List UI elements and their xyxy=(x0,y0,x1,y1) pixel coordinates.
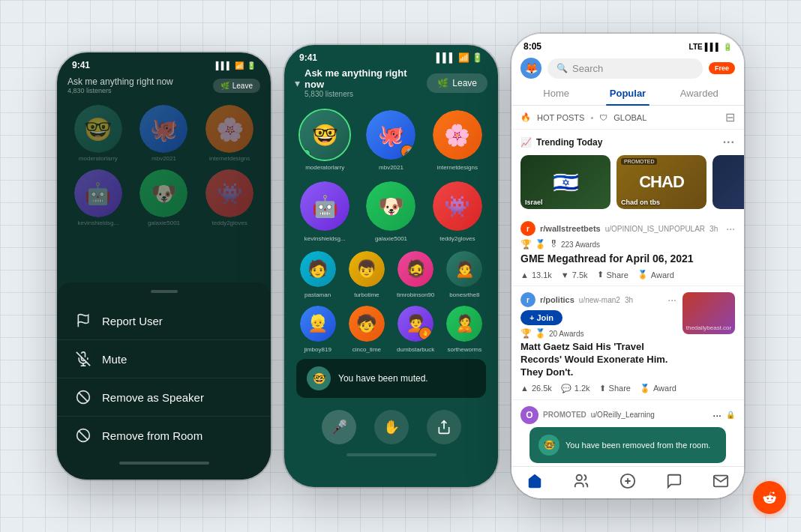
share-button[interactable] xyxy=(427,410,461,444)
speaker-item[interactable]: 🐶 galaxie5001 xyxy=(362,180,419,242)
share-action[interactable]: ⬆ Share xyxy=(597,270,628,279)
speaker-item[interactable]: 🤓 moderatorlarry xyxy=(296,109,353,171)
tab-home[interactable]: Home xyxy=(520,82,592,105)
speaker-item[interactable]: 🐙 🎤 mbv2021 xyxy=(362,109,419,171)
layout-icon[interactable]: ⊟ xyxy=(725,110,735,124)
bottom-navigation xyxy=(512,466,744,498)
downvote-action[interactable]: ▼ 7.5k xyxy=(561,270,588,279)
nav-add[interactable] xyxy=(620,473,636,489)
remove-room-menu-item[interactable]: Remove from Room xyxy=(57,418,271,453)
share-action-2[interactable]: ⬆ Share xyxy=(599,384,631,393)
trending-cards-row: 🇮🇱 Israel CHAD PROMOTED Chad on tbs 🌐 xyxy=(512,152,744,215)
upvote-count: 13.1k xyxy=(532,270,552,279)
promoted-label: PROMOTED xyxy=(621,158,657,165)
wifi-icon: 📶 xyxy=(458,52,470,63)
remove-speaker-menu-item[interactable]: Remove as Speaker xyxy=(57,380,271,414)
promoted-badge: PROMOTED xyxy=(543,411,586,419)
nav-community[interactable] xyxy=(573,473,590,489)
listener-item[interactable]: 🧒 cinco_time xyxy=(345,304,388,353)
listener-item[interactable]: 🧔 timrobinson90 xyxy=(394,250,437,298)
filter-global[interactable]: GLOBAL xyxy=(614,113,646,122)
mute-menu-item[interactable]: Mute xyxy=(57,342,271,376)
comment-action-2[interactable]: 💬 1.2k xyxy=(561,384,590,393)
phone2-time: 9:41 xyxy=(299,52,317,63)
listener-name: jimboy819 xyxy=(304,346,331,353)
share-label: Share xyxy=(607,270,628,279)
subreddit-name-2[interactable]: r/politics xyxy=(540,295,574,304)
search-icon: 🔍 xyxy=(556,63,568,73)
trending-header: 📈 Trending Today ··· xyxy=(512,130,744,152)
menu-handle[interactable] xyxy=(151,290,178,293)
listener-item[interactable]: 👱 jimboy819 xyxy=(296,304,339,353)
award-icon: 🏅 xyxy=(638,270,648,279)
trending-card-chad[interactable]: CHAD PROMOTED Chad on tbs xyxy=(616,155,706,209)
listener-item[interactable]: 🙍 bonesrthe8 xyxy=(443,250,486,298)
phone1-time: 9:41 xyxy=(72,60,90,70)
speaker-item[interactable]: 🤖 kevinshieldsg... xyxy=(296,180,353,242)
speaker-name: kevinshieldsg... xyxy=(304,235,346,242)
report-user-menu-item[interactable]: Report User xyxy=(57,303,271,338)
speaker-item[interactable]: 🌸 internetdesigns xyxy=(429,109,486,171)
tab-popular[interactable]: Popular xyxy=(592,82,663,105)
nav-chat[interactable] xyxy=(666,473,682,489)
upvote-action-2[interactable]: ▲ 26.5k xyxy=(520,384,552,393)
room-controls: 🎤 ✋ xyxy=(284,401,498,450)
nav-mail[interactable] xyxy=(712,473,729,489)
trending-label-chad: Chad on tbs xyxy=(621,199,660,206)
hand-raise-button[interactable]: ✋ xyxy=(374,410,409,444)
listener-avatar: 🧑 xyxy=(298,250,338,288)
chevron-down-icon[interactable]: ▾ xyxy=(295,77,300,89)
listener-item[interactable]: 👦 turbotime xyxy=(345,250,388,298)
dot-icon: • xyxy=(590,113,593,122)
phone1-leave-button[interactable]: 🌿 Leave xyxy=(213,79,260,93)
report-user-label: Report User xyxy=(102,315,163,327)
mic-button[interactable]: 🎤 xyxy=(322,410,356,444)
search-bar-row: 🦊 🔍 Search Free xyxy=(512,55,744,82)
phone-dark-menu: 9:41 ▌▌▌ 📶 🔋 Ask me anything right now 4… xyxy=(57,52,271,480)
share-icon-2: ⬆ xyxy=(599,384,606,393)
award-action[interactable]: 🏅 Award xyxy=(638,270,674,279)
plus-icon: + xyxy=(530,313,534,322)
listener-name: pastaman xyxy=(304,291,331,298)
phone1-room-title: Ask me anything right now xyxy=(68,76,173,87)
listener-avatar: 👱 xyxy=(298,304,338,343)
post-options-promoted[interactable]: ··· xyxy=(712,409,722,421)
listener-item[interactable]: 🧑 pastaman xyxy=(296,250,339,298)
join-community-button[interactable]: + Join xyxy=(520,310,562,325)
upvote-action[interactable]: ▲ 13.1k xyxy=(520,270,552,279)
room-info: Ask me anything right now 5,830 listener… xyxy=(304,67,427,98)
post-content: r r/politics u/new-man2 3h ··· + Join 🏆 … xyxy=(520,292,676,393)
tab-awarded[interactable]: Awarded xyxy=(664,82,735,105)
listener-item[interactable]: 🧑‍🦱 🤚 dumbstarbuck xyxy=(394,304,437,353)
speaker-avatar: 👾 xyxy=(431,180,484,232)
leave-button[interactable]: 🌿 Leave xyxy=(427,73,488,93)
phone1-header-left: Ask me anything right now 4,830 listener… xyxy=(68,76,173,94)
subreddit-name[interactable]: r/wallstreetbets xyxy=(540,224,601,233)
user-avatar[interactable]: 🦊 xyxy=(520,58,542,79)
filter-row: 🔥 HOT POSTS • 🛡 GLOBAL ⊟ xyxy=(512,106,744,130)
filter-hot[interactable]: HOT POSTS xyxy=(537,113,584,122)
trending-card-extra[interactable]: 🌐 xyxy=(712,155,744,209)
speaker-item[interactable]: 👾 teddy2gloves xyxy=(429,180,486,242)
listener-item[interactable]: 🙎 sortheworms xyxy=(443,304,486,353)
nav-home[interactable] xyxy=(526,473,543,489)
trending-card-israel[interactable]: 🇮🇱 Israel xyxy=(520,155,610,209)
post-options-button[interactable]: ··· xyxy=(726,223,735,235)
avatar-item: 👾 teddy2gloves xyxy=(200,169,259,226)
avatar-item: 🐙 mbv2021 xyxy=(135,105,194,162)
phone-reddit: 8:05 LTE ▌▌▌ 🔋 🦊 🔍 Search Free Home Popu… xyxy=(512,34,744,498)
search-box[interactable]: 🔍 Search xyxy=(548,58,703,79)
mic-badge: 🎤 xyxy=(400,145,414,158)
post-options-button-2[interactable]: ··· xyxy=(668,294,676,306)
lock-icon: 🔒 xyxy=(726,411,735,419)
listener-avatar: 👦 xyxy=(347,250,386,288)
award-action-2[interactable]: 🏅 Award xyxy=(640,384,676,393)
trending-more-button[interactable]: ··· xyxy=(723,136,735,149)
avatar-circle: 👾 xyxy=(206,169,254,217)
flag-icon xyxy=(75,312,92,329)
post-username-2: u/new-man2 xyxy=(579,296,620,304)
listener-avatar: 🙎 xyxy=(445,304,484,343)
plant-icon: 🌿 xyxy=(220,82,230,90)
remove-room-label: Remove from Room xyxy=(102,429,202,442)
speaker-avatar: 🌸 xyxy=(431,109,484,161)
